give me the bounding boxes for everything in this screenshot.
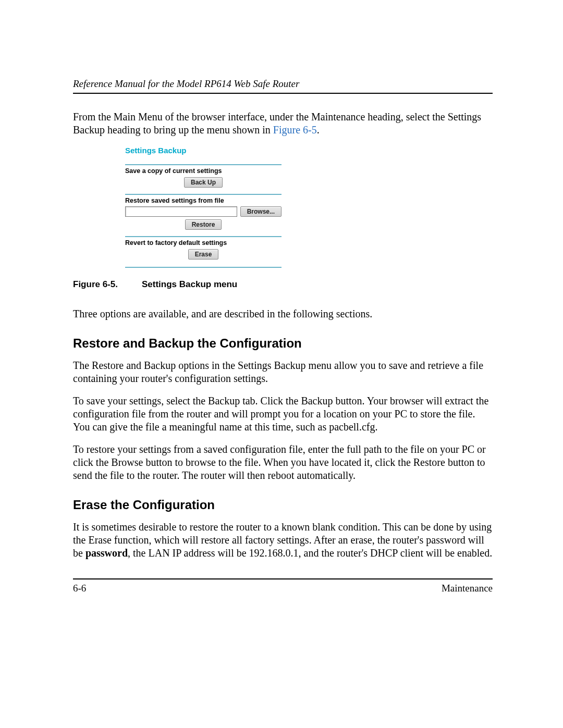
settings-backup-screenshot: Settings Backup Save a copy of current s… — [125, 146, 282, 268]
sec2-p1-b: , the LAN IP address will be 192.168.0.1… — [128, 547, 492, 559]
restore-button[interactable]: Restore — [185, 219, 222, 230]
restore-backup-heading: Restore and Backup the Configuration — [73, 336, 493, 351]
figure-caption-text: Settings Backup menu — [142, 279, 237, 289]
browse-button[interactable]: Browse... — [240, 206, 282, 217]
after-figure-paragraph: Three options are available, and are des… — [73, 307, 493, 320]
revert-section: Revert to factory default settings Erase — [125, 236, 282, 268]
erase-config-heading: Erase the Configuration — [73, 498, 493, 512]
revert-label: Revert to factory default settings — [125, 239, 282, 246]
erase-button[interactable]: Erase — [188, 249, 219, 260]
figure-caption-label: Figure 6-5. — [73, 279, 118, 289]
figure-caption: Figure 6-5.Settings Backup menu — [73, 279, 493, 290]
intro-paragraph: From the Main Menu of the browser interf… — [73, 110, 493, 137]
figure-link[interactable]: Figure 6-5 — [273, 124, 317, 135]
save-copy-section: Save a copy of current settings Back Up — [125, 164, 282, 188]
save-copy-label: Save a copy of current settings — [125, 167, 282, 175]
footer-section: Maintenance — [442, 583, 493, 594]
restore-section: Restore saved settings from file Browse.… — [125, 194, 282, 230]
restore-label: Restore saved settings from file — [125, 197, 282, 204]
sec1-p1: The Restore and Backup options in the Se… — [73, 359, 493, 385]
screenshot-title: Settings Backup — [125, 146, 282, 155]
sec1-p2: To save your settings, select the Backup… — [73, 394, 493, 434]
page-number: 6-6 — [73, 583, 86, 594]
intro-text-b: . — [317, 124, 320, 135]
restore-file-input[interactable] — [125, 206, 237, 217]
sec1-p3: To restore your settings from a saved co… — [73, 443, 493, 482]
backup-button[interactable]: Back Up — [184, 177, 223, 188]
password-bold: password — [85, 547, 128, 559]
running-head: Reference Manual for the Model RP614 Web… — [73, 78, 493, 94]
footer: 6-6 Maintenance — [73, 578, 493, 594]
sec2-p1: It is sometimes desirable to restore the… — [73, 521, 493, 560]
